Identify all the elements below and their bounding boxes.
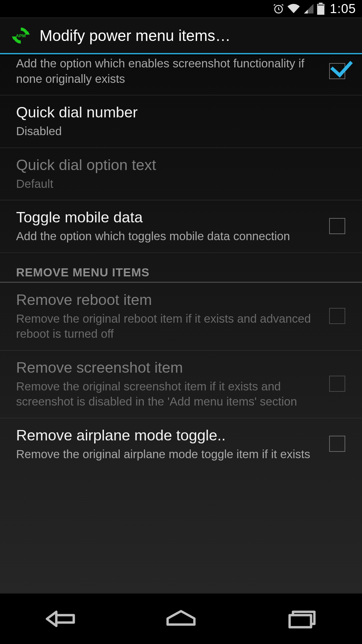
navigation-bar bbox=[0, 593, 362, 644]
pref-summary: Disabled bbox=[16, 123, 351, 139]
pref-title: Remove reboot item bbox=[16, 291, 320, 309]
pref-screenshot[interactable]: Add the option which enables screenshot … bbox=[0, 56, 362, 95]
pref-remove-reboot: Remove reboot item Remove the original r… bbox=[0, 283, 362, 351]
settings-list[interactable]: Add the option which enables screenshot … bbox=[0, 56, 362, 593]
pref-title: Remove screenshot item bbox=[16, 359, 320, 377]
pref-summary: Remove the original airplane mode toggle… bbox=[16, 446, 320, 462]
checkbox-icon[interactable] bbox=[329, 436, 345, 452]
signal-icon bbox=[303, 3, 314, 14]
category-remove-items: REMOVE MENU ITEMS bbox=[0, 255, 362, 283]
back-button[interactable] bbox=[20, 607, 101, 631]
pref-summary: Add the option which toggles mobile data… bbox=[16, 228, 320, 244]
svg-rect-3 bbox=[318, 4, 324, 6]
checkbox-icon[interactable] bbox=[329, 63, 345, 79]
pref-title: Remove airplane mode toggle.. bbox=[16, 426, 320, 444]
checkbox-icon bbox=[329, 376, 345, 392]
pref-summary: Add the option which enables screenshot … bbox=[16, 56, 320, 86]
checkbox-icon bbox=[329, 308, 345, 324]
battery-icon bbox=[317, 3, 324, 15]
wifi-icon bbox=[287, 3, 300, 14]
pref-toggle-mobile-data[interactable]: Toggle mobile data Add the option which … bbox=[0, 200, 362, 253]
category-title: REMOVE MENU ITEMS bbox=[16, 266, 351, 279]
pref-title: Toggle mobile data bbox=[16, 208, 320, 226]
pref-summary: Remove the original screenshot item if i… bbox=[16, 379, 320, 409]
pref-quick-dial-text: Quick dial option text Default bbox=[0, 148, 362, 201]
alarm-icon bbox=[273, 3, 284, 14]
pref-quick-dial-number[interactable]: Quick dial number Disabled bbox=[0, 95, 362, 148]
recents-button[interactable] bbox=[261, 607, 342, 631]
pref-remove-airplane[interactable]: Remove airplane mode toggle.. Remove the… bbox=[0, 418, 362, 471]
status-bar: 1:05 bbox=[0, 0, 362, 17]
pref-title: Quick dial option text bbox=[16, 156, 351, 174]
home-button[interactable] bbox=[141, 607, 221, 631]
app-icon: APM bbox=[10, 25, 32, 46]
svg-rect-7 bbox=[290, 615, 311, 627]
pref-summary: Default bbox=[16, 176, 351, 192]
pref-summary: Remove the original reboot item if it ex… bbox=[16, 311, 320, 341]
status-clock: 1:05 bbox=[330, 2, 356, 16]
action-bar: APM Modify power menu items… bbox=[0, 17, 362, 54]
pref-remove-screenshot: Remove screenshot item Remove the origin… bbox=[0, 351, 362, 418]
svg-rect-2 bbox=[319, 3, 323, 4]
page-title: Modify power menu items… bbox=[40, 26, 231, 45]
checkbox-icon[interactable] bbox=[329, 218, 345, 234]
svg-text:APM: APM bbox=[16, 33, 26, 38]
pref-title: Quick dial number bbox=[16, 103, 351, 121]
